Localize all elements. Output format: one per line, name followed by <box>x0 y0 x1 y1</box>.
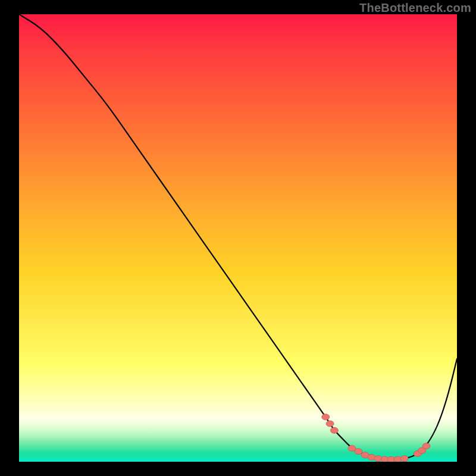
curve-marker <box>422 443 430 449</box>
chart-svg <box>19 14 457 462</box>
curve-marker <box>355 449 362 455</box>
bottleneck-curve-path <box>19 14 457 459</box>
curve-marker <box>322 414 330 420</box>
curve-markers <box>322 414 430 462</box>
chart-frame: TheBottleneck.com <box>0 0 476 476</box>
curve-marker <box>400 456 408 462</box>
plot-area <box>19 14 457 462</box>
curve-marker <box>330 427 338 433</box>
watermark-text: TheBottleneck.com <box>359 1 471 15</box>
curve-marker <box>326 421 334 427</box>
